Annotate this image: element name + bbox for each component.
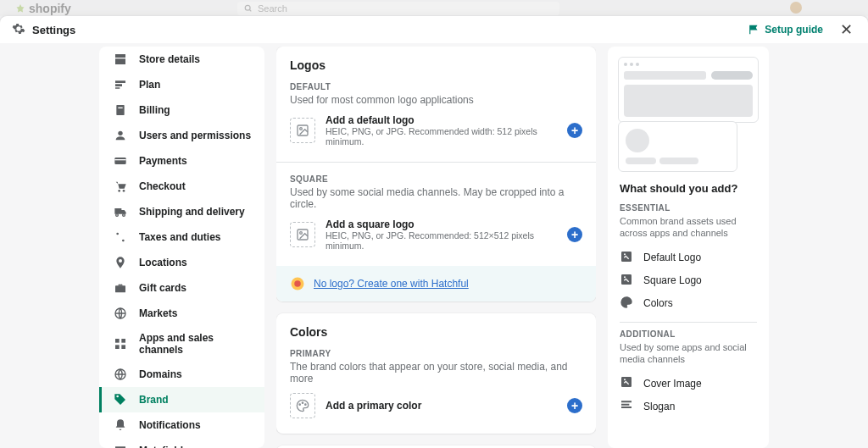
svg-point-9 xyxy=(116,214,119,217)
svg-rect-5 xyxy=(114,158,125,164)
add-primary-color-button[interactable]: + xyxy=(567,398,582,413)
asset-slogan: Slogan xyxy=(620,395,757,418)
logos-card: Logos DEFAULT Used for most common logo … xyxy=(276,47,596,301)
palette-icon[interactable] xyxy=(290,393,315,418)
overlay-title: Settings xyxy=(32,24,75,36)
svg-point-10 xyxy=(123,214,125,217)
svg-point-30 xyxy=(624,276,626,278)
sidebar-item-gift-cards[interactable]: Gift cards xyxy=(99,275,264,301)
add-square-logo-button[interactable]: + xyxy=(567,227,582,242)
svg-point-24 xyxy=(299,404,300,405)
right-panel: What should you add? ESSENTIAL Common br… xyxy=(608,47,769,448)
svg-point-21 xyxy=(300,232,303,235)
add-default-logo-sub: HEIC, PNG, or JPG. Recommended width: 51… xyxy=(326,126,557,147)
svg-point-23 xyxy=(294,280,301,287)
svg-rect-15 xyxy=(115,345,120,349)
add-primary-color-label: Add a primary color xyxy=(326,400,557,412)
sidebar-item-taxes[interactable]: Taxes and duties xyxy=(99,224,264,250)
sidebar-item-shipping[interactable]: Shipping and delivery xyxy=(99,199,264,224)
add-default-logo-label: Add a default logo xyxy=(326,114,557,126)
additional-head: ADDITIONAL xyxy=(620,329,757,339)
sidebar-item-brand[interactable]: Brand xyxy=(99,387,264,412)
svg-point-4 xyxy=(118,131,122,136)
sidebar-item-notifications[interactable]: Notifications xyxy=(99,412,264,438)
logos-title: Logos xyxy=(290,58,582,72)
setup-guide-link[interactable]: Setup guide xyxy=(748,24,823,36)
colors-card: Colors PRIMARY The brand colors that app… xyxy=(276,313,596,434)
hatchful-banner: No logo? Create one with Hatchful xyxy=(276,266,596,301)
settings-overlay: Settings Setup guide ✕ Store details Pla… xyxy=(0,16,868,448)
asset-colors: Colors xyxy=(620,292,757,315)
essential-head: ESSENTIAL xyxy=(620,203,757,213)
add-square-logo-label: Add a square logo xyxy=(326,218,557,230)
sidebar-item-domains[interactable]: Domains xyxy=(99,362,264,387)
sidebar-item-checkout[interactable]: Checkout xyxy=(99,174,264,199)
add-square-logo-sub: HEIC, PNG, or JPG. Recommended: 512×512 … xyxy=(326,230,557,251)
svg-rect-2 xyxy=(116,105,124,115)
primary-subhead: PRIMARY xyxy=(290,349,582,358)
svg-point-7 xyxy=(118,190,120,192)
svg-point-28 xyxy=(624,253,626,255)
sidebar-item-billing[interactable]: Billing xyxy=(99,97,264,123)
image-placeholder-icon[interactable] xyxy=(290,222,315,247)
svg-rect-6 xyxy=(114,159,125,160)
asset-cover-image: Cover Image xyxy=(620,372,757,395)
sidebar-item-apps[interactable]: Apps and sales channels xyxy=(99,326,264,362)
background-topbar xyxy=(0,0,868,16)
essential-desc: Common brand assets used across apps and… xyxy=(620,215,757,240)
sidebar-item-users[interactable]: Users and permissions xyxy=(99,123,264,148)
svg-rect-16 xyxy=(121,345,125,349)
close-icon[interactable]: ✕ xyxy=(837,19,856,41)
right-title: What should you add? xyxy=(620,182,757,195)
svg-rect-13 xyxy=(115,339,120,343)
sidebar-item-metafields[interactable]: Metafields xyxy=(99,438,264,448)
main-content: Logos DEFAULT Used for most common logo … xyxy=(276,47,596,448)
primary-desc: The brand colors that appear on your sto… xyxy=(290,361,582,384)
sidebar-item-markets[interactable]: Markets xyxy=(99,301,264,326)
hatchful-icon xyxy=(290,276,305,291)
svg-point-8 xyxy=(123,190,125,192)
image-placeholder-icon[interactable] xyxy=(290,118,315,143)
add-default-logo-button[interactable]: + xyxy=(567,123,582,138)
settings-sidebar: Store details Plan Billing Users and per… xyxy=(99,47,264,448)
svg-point-26 xyxy=(305,404,306,405)
svg-point-32 xyxy=(624,379,626,381)
svg-rect-3 xyxy=(118,108,122,108)
colors-title: Colors xyxy=(290,325,582,339)
sidebar-item-plan[interactable]: Plan xyxy=(99,72,264,97)
asset-square-logo: Square Logo xyxy=(620,269,757,292)
hatchful-link[interactable]: No logo? Create one with Hatchful xyxy=(314,278,469,290)
gear-icon xyxy=(12,22,25,38)
brand-preview xyxy=(608,47,769,177)
square-subhead: SQUARE xyxy=(290,174,582,184)
sidebar-item-locations[interactable]: Locations xyxy=(99,250,264,275)
additional-desc: Used by some apps and social media chann… xyxy=(620,341,757,366)
svg-rect-11 xyxy=(115,285,125,292)
square-desc: Used by some social media channels. May … xyxy=(290,186,582,210)
default-desc: Used for most common logo applications xyxy=(290,94,582,106)
svg-point-19 xyxy=(300,128,303,130)
sidebar-item-store-details[interactable]: Store details xyxy=(99,47,264,72)
sidebar-item-payments[interactable]: Payments xyxy=(99,148,264,174)
asset-default-logo: Default Logo xyxy=(620,246,757,269)
svg-point-25 xyxy=(302,402,303,403)
default-subhead: DEFAULT xyxy=(290,82,582,91)
svg-rect-14 xyxy=(121,339,125,343)
